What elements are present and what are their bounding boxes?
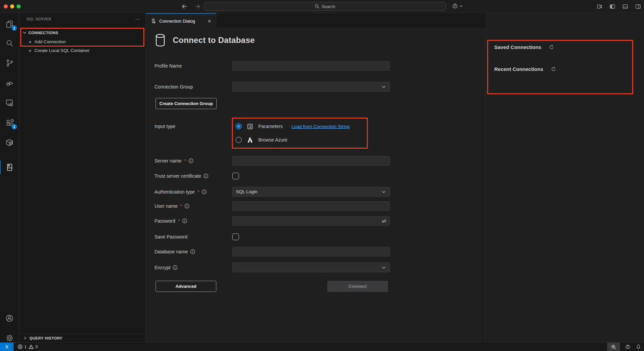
extensions-badge: 1: [11, 124, 17, 129]
database-name-row: Database name: [154, 247, 390, 256]
toggle-primary-sidebar-icon[interactable]: [609, 3, 616, 10]
azure-icon: [246, 136, 254, 144]
zoom-status-button[interactable]: [607, 343, 620, 351]
sidebar-item-run-debug[interactable]: [0, 75, 19, 91]
copilot-icon[interactable]: [625, 344, 631, 350]
trust-server-certificate-checkbox[interactable]: [232, 173, 239, 179]
connect-button[interactable]: Connect: [327, 281, 388, 292]
dialog-title-row: Connect to Database: [154, 32, 255, 48]
user-name-row: User name*: [154, 201, 390, 211]
info-icon[interactable]: [201, 189, 207, 195]
account-button[interactable]: [0, 310, 19, 326]
tab-connection-dialog[interactable]: Connection Dialog: [146, 13, 216, 28]
sql-server-sidebar: SQL SERVER ⋯ CONNECTIONS + Add Connectio…: [20, 13, 146, 342]
database-name-input[interactable]: [232, 247, 390, 256]
chevron-right-icon: [23, 336, 27, 340]
query-history-label: QUERY HISTORY: [29, 336, 63, 340]
chevron-down-icon[interactable]: [459, 4, 463, 8]
create-local-sql-container-item[interactable]: + Create Local SQL Container: [20, 46, 145, 55]
connections-section-label: CONNECTIONS: [28, 31, 58, 35]
load-from-connection-string-link[interactable]: Load from Connection String: [291, 124, 350, 129]
query-history-section-header[interactable]: QUERY HISTORY: [20, 333, 145, 342]
server-name-label: Server name*: [154, 158, 232, 164]
info-icon[interactable]: [188, 158, 194, 164]
close-tab-button[interactable]: [206, 18, 213, 24]
connection-dialog-webview: [146, 28, 485, 342]
add-connection-item[interactable]: + Add Connection: [20, 37, 145, 46]
customize-layout-icon[interactable]: [596, 3, 603, 10]
info-icon[interactable]: [184, 203, 190, 209]
toggle-secondary-sidebar-icon[interactable]: [635, 3, 641, 10]
save-password-label: Save Password: [154, 234, 232, 240]
required-marker: *: [184, 158, 186, 164]
error-icon: [18, 344, 23, 349]
back-button[interactable]: [181, 2, 189, 10]
copilot-icon[interactable]: [452, 3, 458, 9]
server-name-input[interactable]: [232, 156, 390, 166]
browse-azure-radio[interactable]: [236, 137, 242, 143]
save-password-checkbox[interactable]: [232, 233, 239, 240]
info-icon[interactable]: [190, 249, 195, 254]
connections-side-panel: Saved Connections Recent Connections: [485, 28, 644, 342]
chevron-down-icon: [381, 84, 386, 89]
refresh-icon[interactable]: [551, 66, 556, 72]
bell-icon[interactable]: [636, 344, 641, 350]
profile-name-label: Profile Name: [154, 63, 232, 69]
parameters-radio[interactable]: [236, 123, 242, 129]
refresh-icon[interactable]: [549, 44, 554, 50]
sidebar-item-search[interactable]: [0, 35, 19, 51]
problems-status[interactable]: 1 0: [18, 344, 38, 349]
more-actions-icon[interactable]: ⋯: [135, 16, 141, 22]
sql-server-icon: [5, 163, 14, 172]
password-row: Password*: [154, 216, 390, 226]
minimize-window-button[interactable]: [10, 4, 14, 8]
advanced-button[interactable]: Advanced: [156, 281, 216, 292]
sidebar-item-containers[interactable]: [0, 134, 19, 151]
activity-bar: 1 1: [0, 13, 19, 342]
trust-server-certificate-row: Trust server certificate: [154, 173, 239, 179]
password-input[interactable]: [232, 216, 390, 226]
connection-group-select[interactable]: [232, 82, 390, 92]
authentication-type-select[interactable]: SQL Login: [232, 187, 390, 197]
create-connection-group-button[interactable]: Create Connection Group: [156, 98, 217, 109]
input-type-label-row: Input type: [154, 122, 232, 131]
authentication-type-row: Authentication type* SQL Login: [154, 187, 390, 197]
parameters-radio-row: Parameters Load from Connection String: [236, 122, 350, 131]
info-icon[interactable]: [182, 218, 187, 224]
database-name-label: Database name: [154, 249, 232, 254]
connection-dialog-tab-icon: [151, 18, 157, 24]
sidebar-item-remote-explorer[interactable]: [0, 95, 19, 111]
eye-off-icon: [381, 218, 387, 224]
forward-button[interactable]: [193, 2, 201, 10]
close-window-button[interactable]: [4, 4, 8, 8]
save-password-row: Save Password: [154, 233, 239, 240]
search-icon: [5, 39, 14, 47]
toggle-panel-icon[interactable]: [622, 3, 628, 10]
connections-section-header[interactable]: CONNECTIONS: [20, 28, 145, 37]
profile-name-input[interactable]: [232, 61, 390, 71]
user-name-label: User name*: [154, 203, 232, 209]
dialog-title: Connect to Database: [173, 35, 255, 45]
chevron-down-icon: [381, 190, 386, 194]
info-icon[interactable]: [203, 173, 209, 179]
user-name-input[interactable]: [232, 201, 390, 211]
panel-divider: [485, 28, 486, 342]
recent-connections-label: Recent Connections: [494, 66, 543, 72]
info-icon[interactable]: [172, 265, 178, 270]
warning-icon: [28, 344, 34, 349]
sidebar-item-source-control[interactable]: [0, 55, 19, 71]
remote-indicator[interactable]: [0, 343, 14, 351]
settings-gear-icon: [5, 334, 14, 342]
sidebar-header: SQL SERVER ⋯: [20, 13, 145, 25]
sidebar-item-extensions[interactable]: 1: [0, 115, 19, 131]
sidebar-item-explorer[interactable]: 1: [0, 16, 19, 32]
toggle-password-visibility-button[interactable]: [381, 218, 387, 224]
password-label: Password*: [154, 218, 232, 224]
connect-button-label: Connect: [349, 284, 367, 289]
command-center-search[interactable]: Search: [204, 2, 446, 11]
run-debug-icon: [5, 79, 14, 87]
encrypt-select[interactable]: [232, 262, 390, 272]
sidebar-item-sql-server[interactable]: [0, 159, 19, 175]
maximize-window-button[interactable]: [17, 4, 21, 8]
server-name-row: Server name*: [154, 156, 390, 166]
